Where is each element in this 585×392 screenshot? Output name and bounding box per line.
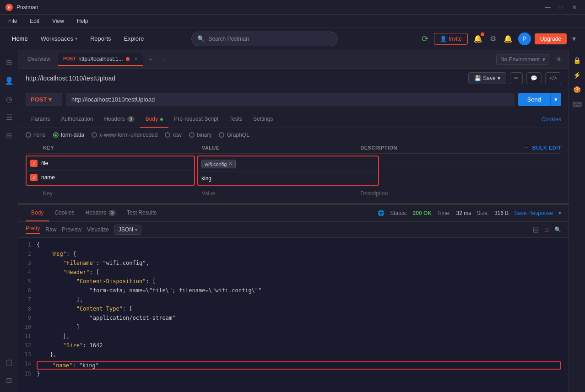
sidebar-collection-icon[interactable]: ☰ [1, 109, 17, 125]
resp-tab-cookies[interactable]: Cookies [49, 205, 80, 221]
right-sidebar-icon-1[interactable]: 🔒 [570, 54, 584, 67]
line-number-11: 11 [18, 333, 37, 342]
more-icon[interactable]: ··· [524, 145, 529, 150]
save-response-btn[interactable]: Save Response [514, 210, 553, 216]
visualize-tab[interactable]: Visualize [87, 226, 109, 233]
sidebar-env-icon[interactable]: ⊞ [1, 127, 17, 144]
pretty-tab[interactable]: Pretty [26, 225, 40, 234]
search-code-icon[interactable]: 🔍 [554, 226, 561, 233]
code-view-tabs: Pretty Raw Preview Visualize JSON ▾ ⊟ ⊡ … [18, 222, 569, 238]
radio-raw[interactable]: raw [165, 132, 181, 138]
line-number-7: 7 [18, 296, 37, 306]
nav-home[interactable]: Home [7, 32, 32, 45]
invite-button[interactable]: 👤 Invite [434, 33, 468, 45]
response-meta: 🌐 Status: 200 OK Time: 32 ms Size: 316 B… [378, 210, 561, 216]
upgrade-button[interactable]: Upgrade [535, 33, 567, 44]
save-resp-arrow-icon[interactable]: ▾ [558, 210, 561, 216]
invite-icon: 👤 [440, 36, 447, 42]
url-input[interactable] [66, 93, 515, 106]
right-sidebar-icon-4[interactable]: ⌨ [570, 98, 585, 111]
sidebar-person-icon[interactable]: 👤 [1, 72, 17, 89]
sidebar-history-icon[interactable]: ◷ [1, 91, 17, 107]
value-tag-0: wifi.config ✕ [201, 160, 236, 168]
radio-urlencoded[interactable]: x-www-form-urlencoded [92, 132, 157, 138]
req-tab-authorization[interactable]: Authorization [55, 111, 98, 128]
format-select[interactable]: JSON ▾ [114, 225, 141, 235]
upgrade-arrow-icon[interactable]: ▾ [570, 32, 578, 45]
preview-tab[interactable]: Preview [62, 226, 81, 233]
line-number-2: 2 [18, 251, 37, 260]
menu-view[interactable]: View [49, 16, 67, 26]
req-tab-body[interactable]: Body [140, 111, 169, 128]
comment-icon-button[interactable]: 💬 [526, 72, 542, 84]
cookies-link[interactable]: Cookies [542, 116, 561, 123]
copy-icon[interactable]: ⊡ [544, 226, 549, 233]
env-eye-icon[interactable]: 👁 [553, 53, 565, 66]
avatar-icon[interactable]: P [518, 32, 531, 45]
tab-close-icon[interactable]: ✕ [134, 56, 138, 61]
line-content-12: "Size": 1642 [37, 342, 569, 351]
resp-tab-test-results[interactable]: Test Results [121, 205, 162, 221]
code-icon-button[interactable]: </> [545, 72, 561, 84]
tab-more-button[interactable]: ··· [158, 54, 170, 64]
method-select[interactable]: POST ▾ [26, 93, 62, 106]
sync-icon[interactable]: ⟳ [420, 32, 430, 46]
search-bar[interactable]: 🔍 Search Postman [191, 32, 338, 46]
key-placeholder[interactable]: Key [39, 190, 198, 197]
nav-explore[interactable]: Explore [119, 32, 149, 45]
right-sidebar-icon-2[interactable]: ⚡ [570, 69, 584, 81]
sidebar-new-tab-icon[interactable]: ⊞ [1, 54, 17, 70]
radio-binary[interactable]: binary [189, 132, 212, 138]
tab-add-button[interactable]: + [145, 54, 157, 65]
value-placeholder[interactable]: Value [198, 190, 357, 197]
radio-form-data[interactable]: form-data [53, 132, 84, 138]
close-btn[interactable]: ✕ [569, 3, 580, 11]
req-tab-tests[interactable]: Tests [224, 111, 248, 128]
bell-icon[interactable]: 🔔 [502, 32, 515, 45]
bulk-edit-btn[interactable]: Bulk Edit [532, 145, 561, 150]
sidebar-mock-icon[interactable]: ◫ [1, 354, 17, 370]
filter-icon[interactable]: ⊟ [533, 226, 539, 234]
edit-icon-button[interactable]: ✏ [510, 72, 523, 84]
response-area: Body Cookies Headers 3 Test Results 🌐 St… [18, 203, 569, 392]
radio-graphql[interactable]: GraphQL [219, 132, 249, 138]
resp-tab-body[interactable]: Body [26, 205, 49, 221]
title-bar-left: P Postman [5, 4, 38, 11]
line-number-14: 14 [18, 360, 37, 371]
settings-icon[interactable]: ⚙ [488, 32, 498, 45]
radio-none[interactable]: none [26, 132, 46, 138]
send-button[interactable]: Send [518, 93, 550, 106]
form-value-row-1: king [198, 172, 378, 185]
checkbox-1[interactable]: ✓ [30, 174, 38, 181]
sidebar-monitor-icon[interactable]: ⊡ [1, 372, 17, 388]
req-tab-headers[interactable]: Headers 9 [98, 111, 140, 128]
menu-help[interactable]: Help [74, 16, 91, 26]
minimize-btn[interactable]: — [542, 3, 553, 11]
raw-tab[interactable]: Raw [45, 226, 56, 233]
req-tab-settings[interactable]: Settings [248, 111, 278, 128]
menu-file[interactable]: File [5, 16, 20, 26]
req-tab-prerequest[interactable]: Pre-request Script [168, 111, 224, 128]
menu-edit[interactable]: Edit [27, 16, 42, 26]
time-value: 32 ms [456, 210, 471, 216]
resp-headers-badge: 3 [108, 210, 116, 216]
req-tab-params[interactable]: Params [26, 111, 55, 128]
desc-placeholder[interactable]: Description [357, 190, 515, 197]
maximize-btn[interactable]: □ [557, 3, 566, 11]
value-tag-close-0[interactable]: ✕ [228, 161, 233, 167]
save-button[interactable]: 💾 Save ▾ [468, 72, 506, 84]
nav-right: ⟳ 👤 Invite 🔔 ⚙ 🔔 P Upgrade ▾ [420, 32, 578, 46]
env-selector[interactable]: No Environment ▾ [496, 54, 549, 65]
notification-icon[interactable]: 🔔 [471, 32, 484, 45]
nav-workspaces[interactable]: Workspaces ▾ [36, 32, 82, 45]
tab-overview[interactable]: Overview [22, 53, 56, 66]
nav-reports[interactable]: Reports [86, 32, 116, 45]
resp-tab-headers[interactable]: Headers 3 [80, 205, 121, 221]
tab-active-request[interactable]: POST http://localhost:1... ✕ [58, 53, 143, 66]
right-sidebar-icon-3[interactable]: 🍪 [570, 83, 584, 96]
line-content-13: }, [37, 351, 569, 360]
code-line-10: 10 ] [18, 324, 569, 333]
send-arrow-button[interactable]: ▾ [550, 93, 561, 106]
checkbox-0[interactable]: ✓ [30, 160, 38, 167]
line-content-1: { [37, 242, 569, 251]
